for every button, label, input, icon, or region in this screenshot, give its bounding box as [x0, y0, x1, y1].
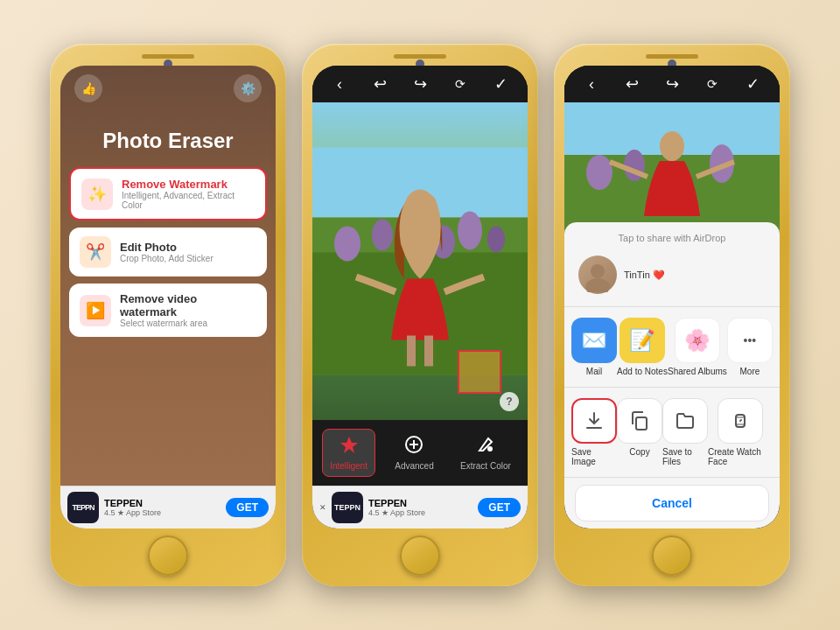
menu-item-subtitle: Select watermark area: [120, 318, 256, 328]
mail-label: Mail: [586, 367, 602, 376]
redo-icon[interactable]: ↪: [407, 74, 433, 94]
extract-color-tool[interactable]: Extract Color: [453, 430, 518, 476]
extract-color-label: Extract Color: [460, 461, 511, 471]
ad-rating-2: 4.5 ★ App Store: [368, 508, 472, 517]
undo-icon-3[interactable]: ↩: [619, 74, 645, 94]
svg-point-5: [458, 212, 482, 250]
copy-icon: [617, 398, 662, 444]
ad-name-2: TEPPEN: [368, 498, 472, 508]
ad-banner: ✕ TEPPN TEPPEN 4.5 ★ App Store GET: [60, 486, 276, 528]
intelligent-label: Intelligent: [330, 461, 368, 471]
watch-face-icon: [718, 398, 763, 444]
menu-item-title: Remove video watermark: [120, 292, 256, 318]
airdrop-hint: Tap to share with AirDrop: [578, 233, 766, 243]
mail-icon: ✉️: [571, 318, 617, 363]
speaker: [394, 54, 446, 59]
get-button[interactable]: GET: [226, 498, 269, 517]
back-icon-3[interactable]: ‹: [578, 75, 605, 94]
editor-tools: Intelligent Advanced Extract Color: [312, 420, 528, 486]
scissors-icon: ✂️: [80, 236, 111, 268]
action-icons-row: Save Image Copy Save to Files: [564, 388, 780, 478]
remove-video-item[interactable]: ▶️ Remove video watermark Select waterma…: [69, 284, 267, 337]
watch-face-label: Create Watch Face: [708, 447, 773, 466]
speaker-3: [646, 54, 698, 59]
save-files-item[interactable]: Save to Files: [662, 398, 708, 466]
photo-eraser-screen: 👍 ⚙️ Photo Eraser ✨ Remove Watermark Int…: [60, 66, 276, 528]
phone-2: ‹ ↩ ↪ ⟳ ✓: [302, 44, 538, 586]
svg-point-3: [334, 227, 360, 262]
ad-app-icon-2: TEPPN: [332, 492, 363, 523]
svg-point-16: [586, 155, 612, 190]
svg-point-21: [585, 278, 610, 292]
shared-albums-item[interactable]: 🌸 Shared Albums: [668, 318, 727, 376]
share-toolbar: ‹ ↩ ↪ ⟳ ✓: [564, 66, 780, 102]
ad-app-name: TEPPEN: [104, 498, 220, 508]
home-button-3[interactable]: [652, 536, 692, 576]
menu-item-subtitle: Intelligent, Advanced, Extract Color: [122, 191, 255, 210]
redo-icon-3[interactable]: ↪: [659, 74, 685, 94]
mail-share-item[interactable]: ✉️ Mail: [571, 318, 617, 376]
menu-list: ✨ Remove Watermark Intelligent, Advanced…: [60, 167, 276, 337]
rotate-icon[interactable]: ⟳: [447, 77, 473, 91]
edit-photo-item[interactable]: ✂️ Edit Photo Crop Photo, Add Sticker: [69, 228, 267, 276]
done-icon[interactable]: ✓: [487, 74, 514, 94]
undo-icon[interactable]: ↩: [367, 74, 393, 94]
notes-label: Add to Notes: [617, 367, 668, 376]
back-icon[interactable]: ‹: [326, 75, 353, 94]
phone-1: 👍 ⚙️ Photo Eraser ✨ Remove Watermark Int…: [50, 44, 286, 586]
menu-item-title: Remove Watermark: [122, 178, 255, 191]
app-title: Photo Eraser: [102, 111, 233, 167]
help-button[interactable]: ?: [500, 392, 519, 411]
svg-point-13: [487, 446, 493, 452]
menu-item-subtitle: Crop Photo, Add Sticker: [120, 254, 214, 263]
phone-3: ‹ ↩ ↪ ⟳ ✓: [554, 44, 790, 586]
svg-point-6: [487, 227, 505, 253]
contact-row: TinTin ❤️: [578, 252, 766, 298]
svg-rect-9: [407, 336, 416, 367]
notes-share-item[interactable]: 📝 Add to Notes: [617, 318, 668, 376]
save-files-icon: [662, 398, 708, 444]
svg-marker-11: [340, 437, 358, 453]
contact-avatar: [578, 256, 617, 294]
save-files-label: Save to Files: [662, 447, 708, 466]
cancel-button[interactable]: Cancel: [575, 485, 769, 522]
screen-2: ‹ ↩ ↪ ⟳ ✓: [312, 66, 528, 528]
svg-rect-22: [636, 417, 647, 430]
svg-point-4: [372, 220, 393, 251]
save-image-icon: [571, 398, 617, 444]
save-image-label: Save Image: [571, 447, 617, 466]
more-share-item[interactable]: ••• More: [727, 318, 773, 376]
app-header: 👍 ⚙️: [60, 66, 276, 111]
like-icon[interactable]: 👍: [74, 74, 102, 102]
get-button-2[interactable]: GET: [478, 498, 521, 517]
home-button-2[interactable]: [400, 536, 440, 576]
home-button[interactable]: [148, 536, 188, 576]
intelligent-tool[interactable]: Intelligent: [322, 429, 375, 477]
settings-icon[interactable]: ⚙️: [234, 74, 262, 102]
done-icon-3[interactable]: ✓: [739, 74, 766, 94]
rotate-icon-3[interactable]: ⟳: [699, 77, 725, 91]
watch-face-item[interactable]: Create Watch Face: [708, 398, 773, 466]
remove-watermark-item[interactable]: ✨ Remove Watermark Intelligent, Advanced…: [69, 167, 267, 220]
copy-item[interactable]: Copy: [617, 398, 662, 466]
menu-item-title: Edit Photo: [120, 241, 214, 254]
svg-point-19: [660, 131, 684, 161]
sparkle-icon: ✨: [81, 178, 113, 210]
photo-container: ?: [312, 102, 528, 420]
svg-rect-10: [424, 336, 433, 367]
intelligent-icon: [340, 435, 359, 458]
selection-box[interactable]: [458, 350, 501, 394]
extract-color-icon: [476, 435, 495, 458]
screen-1: 👍 ⚙️ Photo Eraser ✨ Remove Watermark Int…: [60, 66, 276, 528]
advanced-tool[interactable]: Advanced: [388, 430, 440, 476]
save-image-item[interactable]: Save Image: [571, 398, 617, 466]
shared-albums-label: Shared Albums: [668, 367, 727, 376]
photos-icon: 🌸: [675, 318, 720, 363]
screen-3: ‹ ↩ ↪ ⟳ ✓: [564, 66, 780, 528]
contact-name: TinTin ❤️: [624, 270, 665, 281]
ad-app-icon: TEPPN: [67, 492, 99, 523]
more-label: More: [740, 367, 760, 376]
share-icons-row: ✉️ Mail 📝 Add to Notes 🌸 Shared Albums •…: [564, 307, 780, 388]
airdrop-section: Tap to share with AirDrop TinTin ❤️: [564, 233, 780, 307]
svg-point-20: [591, 264, 605, 278]
